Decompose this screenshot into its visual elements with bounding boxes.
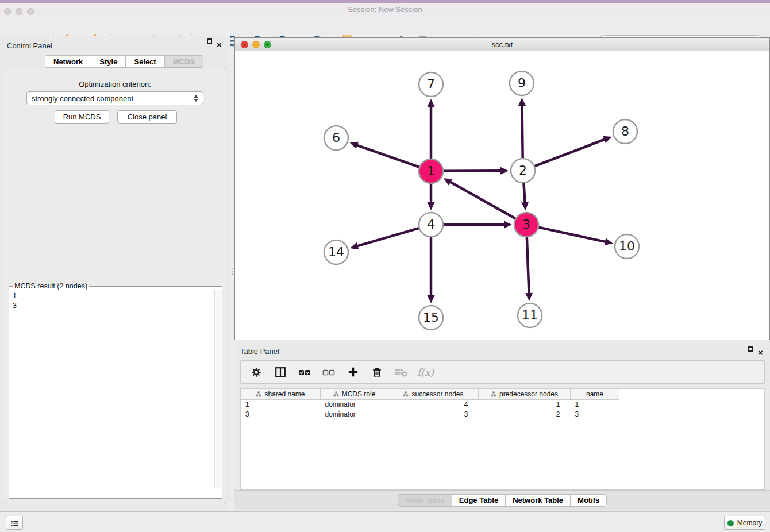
tab-motifs[interactable]: Motifs [570,494,607,507]
graph-node-label: 1 [427,164,435,178]
graph-edge[interactable] [444,171,502,171]
graph-node-label: 6 [332,130,340,145]
close-panel-icon[interactable]: × [217,40,222,49]
function-builder-button[interactable]: f(x) [417,367,434,378]
cell-shared-name[interactable]: 3 [241,410,321,419]
graph-edge-arrowhead [350,142,359,149]
namespace-icon [256,391,261,397]
graph-node-label: 14 [328,245,344,259]
list-icon [10,518,20,528]
tab-select[interactable]: Select [125,55,164,68]
graph-edge-arrowhead [525,293,533,301]
column-header-filler [619,389,765,400]
graph-node-label: 10 [619,239,635,253]
table-toolbar: f(x) [240,360,765,384]
mcds-result-list: 1 3 [9,290,214,488]
gear-icon [250,366,263,379]
column-header-name[interactable]: name [571,389,619,400]
table-panel: Table Panel × [234,342,770,511]
namespace-icon [491,391,496,397]
node-table: shared name MCDS role successor nodes pr… [240,388,765,490]
graph-edge[interactable] [527,237,529,294]
tab-network-table[interactable]: Network Table [505,494,570,507]
optimization-criterion-select[interactable]: strongly connected component [26,91,203,105]
graph-edge[interactable] [449,182,515,218]
graph-edge-arrowhead [518,98,526,106]
delete-table-button[interactable] [393,364,409,380]
tab-style[interactable]: Style [91,55,125,68]
network-graph[interactable]: 7968124314101511 [235,51,769,340]
columns-icon [274,366,287,379]
table-row: 3 dominator 3 2 3 [241,410,765,419]
cell-name[interactable]: 3 [571,410,619,419]
network-view-window: × − + scc.txt 7968124314101511 [234,37,770,340]
panel-divider-grip[interactable] [230,264,234,278]
toggle-column-view-button[interactable] [272,364,288,380]
graph-edge[interactable] [522,105,522,158]
run-mcds-button[interactable]: Run MCDS [55,110,109,124]
control-panel-header: Control Panel × [0,36,230,55]
cell-mcds-role[interactable]: dominator [321,410,388,419]
graph-edge-arrowhead [504,221,512,229]
window-titlebar: Session: New Session [0,3,770,16]
result-scrollbar[interactable] [214,290,222,488]
delete-columns-button[interactable] [369,364,385,380]
table-settings-button[interactable] [248,364,264,380]
float-panel-icon[interactable] [207,38,212,44]
table-panel-header: Table Panel × [234,342,770,360]
control-panel-title: Control Panel [7,41,52,50]
namespace-icon [403,391,409,397]
cell-name[interactable]: 1 [571,400,619,410]
graph-edge-arrowhead [428,99,435,107]
graph-edge[interactable] [538,228,606,242]
table-tabs: Node Table Edge Table Network Table Moti… [234,490,770,510]
cell-predecessor-nodes[interactable]: 2 [479,410,571,419]
delete-table-icon [394,365,408,379]
cell-successor-nodes[interactable]: 4 [388,400,479,410]
tab-node-table[interactable]: Node Table [398,494,452,507]
control-panel: Control Panel × Network Style Select MCD… [0,36,230,511]
namespace-icon [333,391,339,397]
application-window: Session: New Session [0,0,770,532]
close-panel-icon[interactable]: × [758,348,763,357]
create-new-column-button[interactable] [345,364,361,380]
cell-successor-nodes[interactable]: 3 [388,410,479,419]
show-panels-button[interactable] [6,516,23,530]
column-header-predecessor-nodes[interactable]: predecessor nodes [479,389,571,400]
checked-boxes-icon [298,365,311,379]
graph-edge[interactable] [523,183,525,203]
unselect-all-columns-button[interactable] [321,364,337,380]
graph-node-label: 8 [621,124,629,138]
network-window-titlebar: × − + scc.txt [235,38,769,51]
table-header-row: shared name MCDS role successor nodes pr… [241,389,765,400]
select-all-columns-button[interactable] [297,364,313,380]
graph-edge[interactable] [356,145,419,167]
memory-button[interactable]: Memory [724,516,765,530]
close-panel-button[interactable]: Close panel [117,110,177,124]
memory-label: Memory [737,519,762,527]
graph-edge-arrowhead [521,202,529,210]
column-header-successor-nodes[interactable]: successor nodes [388,389,479,400]
float-panel-icon[interactable] [748,346,753,352]
cell-shared-name[interactable]: 1 [241,400,321,410]
mcds-tab-content: Optimization criterion: strongly connect… [5,68,225,504]
cell-mcds-role[interactable]: dominator [321,400,388,410]
cell-predecessor-nodes[interactable]: 1 [479,400,571,410]
tab-mcds[interactable]: MCDS [164,55,203,68]
plus-icon [346,365,360,379]
status-bar: Memory [0,511,770,532]
trash-icon [371,366,383,379]
mcds-result-node: 1 [13,291,211,301]
column-header-shared-name[interactable]: shared name [241,389,321,400]
graph-node-label: 15 [423,310,439,325]
graph-edge[interactable] [535,139,606,166]
tab-network[interactable]: Network [45,55,91,68]
optimization-criterion-label: Optimization criterion: [5,80,225,88]
column-header-mcds-role[interactable]: MCDS role [321,389,388,400]
dropdown-stepper-icon [194,95,198,102]
graph-edge[interactable] [357,228,419,246]
mcds-result-node: 3 [13,301,211,311]
graph-edge-arrowhead [428,295,435,303]
graph-node-label: 11 [522,308,538,322]
tab-edge-table[interactable]: Edge Table [452,494,505,507]
